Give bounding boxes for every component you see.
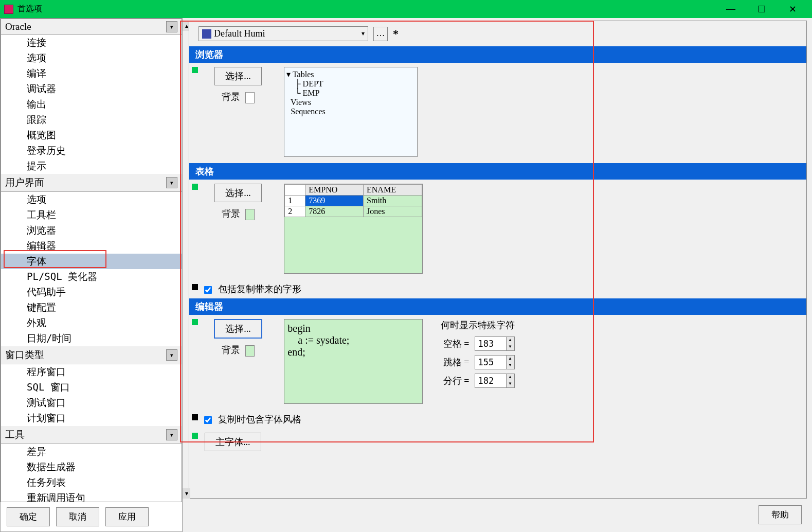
section-marker-icon	[192, 67, 198, 73]
app-icon	[4, 5, 13, 14]
tree-item[interactable]: 字体	[1, 254, 182, 269]
browser-bg-swatch[interactable]	[245, 92, 255, 103]
include-style-label: 复制时包含字体风格	[218, 414, 301, 424]
section-header-grid: 表格	[189, 163, 806, 180]
tree-item[interactable]: 编辑器	[1, 238, 182, 254]
font-dropdown[interactable]: Default Humi ▾	[199, 26, 368, 41]
titlebar: 首选项 — ☐ ✕	[0, 0, 812, 18]
include-glyphs-label: 包括复制带来的字形	[218, 284, 301, 294]
editor-bg-swatch[interactable]	[245, 345, 255, 357]
include-style-checkbox[interactable]	[204, 416, 212, 424]
tree-item[interactable]: 键配置	[1, 300, 182, 315]
section-header-editor: 编辑器	[189, 298, 806, 315]
tree-item[interactable]: 程序窗口	[1, 364, 182, 380]
tree-item[interactable]: 计划窗口	[1, 411, 182, 426]
space-input[interactable]	[475, 337, 506, 350]
font-more-button[interactable]: …	[373, 27, 388, 41]
tree-item[interactable]: 选项	[1, 192, 182, 207]
browser-bg-label: 背景	[222, 91, 240, 103]
tree-item[interactable]: 概览图	[1, 128, 182, 143]
tree-item[interactable]: SQL 窗口	[1, 380, 182, 395]
tree-item[interactable]: 连接	[1, 35, 182, 50]
spin-down-icon[interactable]: ▼	[506, 381, 514, 387]
font-dropdown-value: Default Humi	[214, 28, 265, 39]
tree-item[interactable]: 编译	[1, 66, 182, 81]
grid-cell: 1	[285, 196, 305, 206]
special-chars-title: 何时显示特殊字符	[441, 319, 515, 331]
spin-up-icon[interactable]: ▲	[506, 374, 514, 381]
tree-preview-line: ├ DEPT	[286, 79, 415, 88]
close-button[interactable]: ✕	[777, 0, 808, 18]
tree-item[interactable]: 调试器	[1, 81, 182, 97]
grid-cell: 7826	[305, 206, 364, 217]
newline-label: 分行 =	[443, 375, 470, 387]
tab-label: 跳格 =	[443, 356, 470, 368]
chevron-down-icon[interactable]: ▾	[166, 349, 177, 361]
grid-bg-swatch[interactable]	[245, 209, 255, 220]
maximize-button[interactable]: ☐	[746, 0, 777, 18]
grid-cell: Smith	[364, 196, 422, 206]
grid-select-button[interactable]: 选择...	[214, 184, 262, 202]
spin-up-icon[interactable]: ▲	[506, 356, 514, 362]
tree-item[interactable]: 重新调用语句	[1, 490, 182, 502]
tree-preview-line: ▾ Tables	[286, 69, 415, 79]
minimize-button[interactable]: —	[715, 0, 746, 18]
right-content: Default Humi ▾ … * 浏览器 选择... 背景 ▾ Tables…	[189, 21, 807, 499]
grid-preview: EMPNOENAME17369Smith27826Jones	[284, 184, 423, 274]
grid-cell: Jones	[364, 206, 422, 217]
ok-button[interactable]: 确定	[7, 507, 50, 526]
apply-button[interactable]: 应用	[105, 507, 149, 526]
tree-item[interactable]: 工具栏	[1, 207, 182, 223]
tree-item[interactable]: 数据生成器	[1, 459, 182, 475]
editor-select-button[interactable]: 选择...	[214, 319, 262, 339]
tab-input[interactable]	[475, 356, 506, 369]
tree-item[interactable]: 测试窗口	[1, 395, 182, 411]
grid-bg-label: 背景	[222, 207, 240, 220]
tree-item[interactable]: 任务列表	[1, 475, 182, 490]
left-panel: Oracle▾连接选项编译调试器输出跟踪概览图登录历史提示用户界面▾选项工具栏浏…	[0, 18, 183, 532]
tree-item[interactable]: PL/SQL 美化器	[1, 269, 182, 285]
tree-item[interactable]: 输出	[1, 97, 182, 112]
browser-preview: ▾ Tables ├ DEPT └ EMP Views Sequences	[284, 67, 418, 157]
spin-down-icon[interactable]: ▼	[506, 362, 514, 369]
spin-down-icon[interactable]: ▼	[506, 344, 514, 350]
tree-item[interactable]: 日期/时间	[1, 331, 182, 346]
grid-column-header	[285, 185, 305, 196]
tree-item[interactable]: 代码助手	[1, 285, 182, 300]
chevron-down-icon[interactable]: ▾	[166, 429, 177, 440]
tree-preview-line: Views	[286, 98, 415, 107]
section-marker-icon	[192, 433, 198, 439]
scroll-down-icon[interactable]: ▾	[183, 488, 190, 499]
tree-item[interactable]: 浏览器	[1, 223, 182, 238]
grid-cell: 2	[285, 206, 305, 217]
tree-item[interactable]: 外观	[1, 315, 182, 331]
space-label: 空格 =	[443, 338, 470, 350]
window-title: 首选项	[17, 4, 715, 14]
section-marker-icon	[192, 184, 198, 190]
main-font-button[interactable]: 主字体...	[205, 433, 261, 451]
tree-item[interactable]: 登录历史	[1, 143, 182, 158]
tree-item[interactable]: 跟踪	[1, 112, 182, 128]
section-marker-icon	[192, 284, 198, 290]
tree-group-header[interactable]: Oracle▾	[1, 19, 182, 35]
tree-item[interactable]: 选项	[1, 50, 182, 66]
cancel-button[interactable]: 取消	[56, 507, 99, 526]
tree-group-header[interactable]: 工具▾	[1, 426, 182, 444]
preferences-tree[interactable]: Oracle▾连接选项编译调试器输出跟踪概览图登录历史提示用户界面▾选项工具栏浏…	[1, 19, 182, 502]
spin-up-icon[interactable]: ▲	[506, 337, 514, 344]
tree-item[interactable]: 差异	[1, 444, 182, 459]
tree-preview-line: Sequences	[286, 107, 415, 116]
tree-group-header[interactable]: 窗口类型▾	[1, 346, 182, 364]
help-button[interactable]: 帮助	[759, 505, 802, 524]
newline-input[interactable]	[475, 374, 506, 387]
grid-cell: 7369	[305, 196, 364, 206]
browser-select-button[interactable]: 选择...	[214, 67, 262, 85]
section-header-browser: 浏览器	[189, 46, 806, 63]
include-glyphs-checkbox[interactable]	[204, 286, 212, 294]
tree-group-header[interactable]: 用户界面▾	[1, 174, 182, 192]
tree-item[interactable]: 提示	[1, 158, 182, 174]
editor-bg-label: 背景	[222, 344, 240, 356]
chevron-down-icon[interactable]: ▾	[166, 177, 177, 188]
chevron-down-icon: ▾	[362, 30, 365, 38]
chevron-down-icon[interactable]: ▾	[166, 21, 177, 32]
